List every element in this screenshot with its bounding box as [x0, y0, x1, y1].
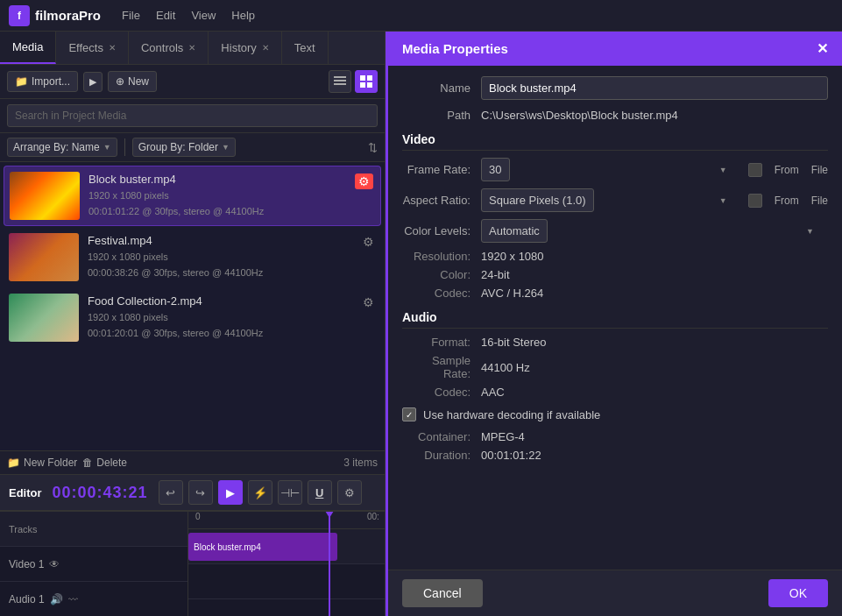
color-levels-select[interactable]: Automatic: [481, 219, 548, 243]
hardware-decoding-checkbox[interactable]: [402, 407, 416, 421]
cancel-button[interactable]: Cancel: [402, 579, 483, 607]
color-label: Color:: [402, 268, 481, 281]
aspect-ratio-from-file: From File: [748, 194, 828, 208]
editor-section: Editor 00:00:43:21 ↩ ↪ ▶ ⚡ ⊣⊢ U ⚙: [0, 474, 385, 511]
frame-rate-select[interactable]: 30: [481, 158, 510, 181]
view-toggle: [329, 70, 378, 93]
audio-track-area: [188, 564, 385, 599]
file-meta-1: 00:00:38:26 @ 30fps, stereo @ 44100Hz: [88, 266, 376, 281]
tab-text-label: Text: [294, 41, 315, 54]
group-dropdown-icon: ▼: [222, 143, 230, 152]
file-info-2: Food Collection-2.mp4 1920 x 1080 pixels…: [88, 294, 376, 341]
plus-icon: ⊕: [116, 75, 124, 88]
import-button[interactable]: 📁 Import...: [7, 71, 78, 92]
name-row: Name: [402, 76, 828, 100]
play-button[interactable]: ▶: [218, 480, 243, 505]
tab-text[interactable]: Text: [282, 32, 329, 64]
audio-waveform-icon[interactable]: 〰: [68, 594, 78, 605]
codec-row: Codec: AVC / H.264: [402, 287, 828, 300]
video-section-header: Video: [402, 132, 828, 151]
frame-rate-checkbox[interactable]: [748, 163, 762, 177]
aspect-ratio-select[interactable]: Square Pixels (1.0): [481, 188, 594, 212]
codec-label: Codec:: [402, 287, 481, 300]
logo-icon: f: [9, 5, 30, 26]
video-track-area: Block buster.mp4: [188, 529, 385, 564]
menu-help[interactable]: Help: [231, 9, 255, 22]
file-item-2[interactable]: Food Collection-2.mp4 1920 x 1080 pixels…: [4, 288, 381, 347]
sample-rate-row: Sample Rate: 44100 Hz: [402, 354, 828, 380]
tracks-header: Tracks: [0, 512, 188, 547]
tab-media[interactable]: Media: [0, 32, 56, 64]
color-row: Color: 24-bit: [402, 268, 828, 281]
tab-controls-close[interactable]: ✕: [188, 43, 195, 53]
tab-history[interactable]: History ✕: [209, 32, 281, 64]
duration-row: Duration: 00:01:01:22: [402, 449, 828, 462]
file-item-0[interactable]: Block buster.mp4 1920 x 1080 pixels 00:0…: [4, 166, 381, 226]
color-levels-select-wrapper: Automatic: [481, 219, 821, 243]
aspect-ratio-select-wrapper: Square Pixels (1.0): [481, 188, 734, 212]
resolution-row: Resolution: 1920 x 1080: [402, 250, 828, 263]
svg-rect-2: [334, 83, 346, 85]
time-marker-0: 0: [192, 512, 201, 521]
audio-codec-row: Codec: AAC: [402, 386, 828, 399]
file-settings-icon-1[interactable]: ⚙: [363, 235, 374, 249]
undo-button[interactable]: ↩: [159, 480, 183, 505]
import-dropdown-button[interactable]: ▶: [83, 72, 103, 92]
path-value: C:\Users\ws\Desktop\Block buster.mp4: [481, 109, 678, 122]
arrange-dropdown-icon: ▼: [103, 143, 111, 152]
audio-format-label: Format:: [402, 336, 481, 349]
aspect-ratio-label: Aspect Ratio:: [402, 194, 481, 207]
audio-codec-value: AAC: [481, 386, 505, 399]
file-settings-icon-0[interactable]: ⚙: [355, 173, 373, 189]
new-folder-button[interactable]: 📁 New Folder: [7, 457, 77, 469]
arrange-by-label: Arrange By: Name: [13, 141, 100, 153]
trim-tool[interactable]: ⊣⊢: [278, 480, 302, 505]
audio-mute-icon[interactable]: 🔊: [50, 593, 63, 605]
svg-rect-0: [334, 76, 346, 78]
sort-icon[interactable]: ⇅: [368, 141, 378, 154]
duration-label: Duration:: [402, 449, 481, 462]
props-close-button[interactable]: ✕: [817, 40, 828, 57]
video-clip[interactable]: Block buster.mp4: [188, 533, 337, 561]
underline-tool[interactable]: U: [308, 480, 332, 505]
editor-header: Editor 00:00:43:21 ↩ ↪ ▶ ⚡ ⊣⊢ U ⚙: [0, 475, 385, 511]
tab-effects[interactable]: Effects ✕: [56, 32, 129, 64]
redo-button[interactable]: ↪: [188, 480, 213, 505]
file-settings-icon-2[interactable]: ⚙: [363, 295, 374, 309]
grid-view-button[interactable]: [355, 70, 378, 93]
resolution-value: 1920 x 1080: [481, 250, 544, 263]
file-item-1[interactable]: Festival.mp4 1920 x 1080 pixels 00:00:38…: [4, 228, 381, 287]
arrange-by-select[interactable]: Arrange By: Name ▼: [7, 138, 117, 157]
name-input[interactable]: [481, 76, 828, 100]
list-view-button[interactable]: [329, 70, 351, 93]
magnet-tool[interactable]: ⚡: [248, 480, 272, 505]
file-name-2: Food Collection-2.mp4: [88, 294, 376, 308]
menu-view[interactable]: View: [191, 9, 216, 22]
tab-controls[interactable]: Controls ✕: [129, 32, 209, 64]
video-visibility-icon[interactable]: 👁: [49, 558, 60, 570]
new-button[interactable]: ⊕ New: [108, 71, 157, 92]
menu-file[interactable]: File: [122, 9, 140, 22]
main-container: Media Effects ✕ Controls ✕ History ✕ Tex…: [0, 32, 842, 616]
track-audio1: Audio 1 🔊 〰: [0, 582, 188, 616]
timeline-area[interactable]: 0 00: Block buster.mp4: [188, 512, 385, 616]
tab-history-label: History: [221, 41, 256, 54]
tab-history-close[interactable]: ✕: [262, 43, 269, 53]
frame-rate-label: Frame Rate:: [402, 163, 481, 176]
tab-effects-close[interactable]: ✕: [109, 43, 116, 53]
search-input[interactable]: [7, 104, 378, 127]
audio-section-header: Audio: [402, 310, 828, 329]
group-by-select[interactable]: Group By: Folder ▼: [132, 138, 236, 157]
delete-button[interactable]: 🗑 Delete: [82, 457, 127, 469]
import-label: Import...: [32, 75, 70, 88]
aspect-ratio-checkbox[interactable]: [748, 194, 762, 208]
aspect-ratio-from-label: From: [775, 195, 799, 207]
ok-button[interactable]: OK: [768, 579, 828, 607]
color-value: 24-bit: [481, 268, 510, 281]
menu-edit[interactable]: Edit: [156, 9, 175, 22]
settings-tool[interactable]: ⚙: [337, 480, 362, 505]
playhead[interactable]: [329, 512, 330, 616]
file-resolution-2: 1920 x 1080 pixels: [88, 310, 376, 326]
svg-rect-6: [367, 82, 372, 88]
tab-controls-label: Controls: [141, 41, 183, 54]
